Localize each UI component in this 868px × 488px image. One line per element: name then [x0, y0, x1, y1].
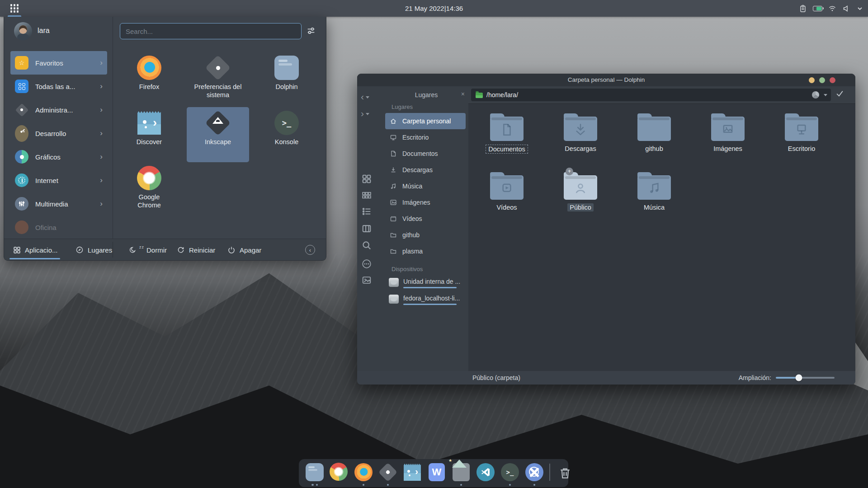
dock-discover[interactable]: ›	[403, 463, 422, 487]
minimize-button[interactable]	[809, 77, 815, 83]
folder-github[interactable]: github	[620, 112, 688, 153]
dock-code-editor[interactable]	[476, 463, 495, 487]
dock-firefox[interactable]	[354, 463, 373, 487]
folder-imagenes[interactable]: Imágenes	[694, 112, 762, 153]
forward-dropdown-icon[interactable]	[366, 113, 369, 115]
folder-videos[interactable]: Vídeos	[473, 171, 541, 211]
dock-trash[interactable]	[556, 463, 575, 487]
restart-icon	[177, 246, 185, 254]
device-fedora-localhost[interactable]: fedora_localhost-li...	[384, 293, 468, 310]
place-plasma[interactable]: plasma	[385, 243, 466, 259]
location-dropdown-icon[interactable]	[824, 94, 827, 96]
folder-musica[interactable]: Música	[620, 171, 688, 211]
folder-descargas[interactable]: Descargas	[547, 112, 614, 153]
application-launcher-button[interactable]	[4, 0, 25, 17]
place-musica[interactable]: Música	[385, 178, 466, 194]
place-imagenes[interactable]: Imágenes	[385, 194, 466, 211]
dock-system-settings[interactable]	[378, 463, 397, 487]
dock-konsole[interactable]: >_	[500, 463, 519, 487]
all-apps-icon	[15, 80, 28, 93]
category-graficos[interactable]: Gráficos ›	[10, 145, 107, 169]
chevron-down-icon[interactable]	[856, 5, 863, 12]
category-desarrollo[interactable]: Desarrollo ›	[10, 122, 107, 145]
volume-icon[interactable]	[842, 5, 850, 13]
location-bar[interactable]: /home/lara/	[471, 89, 831, 101]
category-administracion[interactable]: Administra... ›	[10, 98, 107, 122]
shutdown-button[interactable]: Apagar	[227, 239, 261, 261]
search-icon[interactable]	[362, 240, 372, 250]
place-descargas[interactable]: Descargas	[385, 162, 466, 178]
image-viewer-icon: ★	[453, 463, 470, 481]
compass-icon	[75, 246, 84, 254]
restart-button[interactable]: Reiniciar	[177, 239, 215, 261]
dock-dolphin[interactable]	[305, 463, 324, 487]
place-escritorio[interactable]: Escritorio	[385, 129, 466, 145]
administration-icon	[15, 103, 28, 117]
user-avatar[interactable]	[14, 22, 32, 40]
device-unidad-interna[interactable]: Unidad interna de ...	[384, 276, 468, 293]
maximize-button[interactable]	[819, 77, 825, 83]
running-indicator	[378, 484, 397, 486]
konsole-icon: >_	[501, 463, 519, 481]
category-favoritos[interactable]: ☆ Favoritos ›	[10, 51, 107, 75]
category-internet[interactable]: Internet ›	[10, 169, 107, 192]
category-oficina[interactable]: Oficina	[10, 216, 107, 238]
app-google-chrome[interactable]: Google Chrome	[118, 162, 180, 216]
close-button[interactable]	[830, 77, 835, 83]
back-dropdown-icon[interactable]	[366, 96, 369, 99]
app-discover[interactable]: › Discover	[118, 107, 180, 161]
place-github[interactable]: github	[385, 227, 466, 243]
category-multimedia[interactable]: Multimedia ›	[10, 192, 107, 216]
window-titlebar[interactable]: Carpeta personal — Dolphin	[357, 74, 855, 86]
icons-view-icon[interactable]	[362, 174, 372, 184]
clipboard-icon[interactable]	[799, 5, 807, 13]
battery-icon[interactable]	[813, 6, 822, 11]
collapse-button[interactable]: ‹	[305, 245, 315, 255]
place-documentos[interactable]: Documentos	[385, 145, 466, 162]
folder-publico[interactable]: + Público	[547, 171, 614, 211]
sleep-button[interactable]: zz Dormir	[129, 239, 167, 261]
accept-location-icon[interactable]	[835, 89, 844, 98]
forward-button[interactable]: ›	[361, 107, 381, 120]
favorites-icon: ☆	[15, 56, 28, 70]
zoom-slider-handle[interactable]	[795, 375, 802, 381]
folder-escritorio[interactable]: Escritorio	[768, 112, 835, 153]
app-preferencias-del-sistema[interactable]: Preferencias del sistema	[187, 52, 249, 106]
back-button[interactable]: ‹	[361, 90, 381, 103]
search-input[interactable]	[120, 23, 302, 39]
filter-icon[interactable]	[306, 26, 316, 36]
dock-image-viewer[interactable]: ★	[452, 463, 471, 487]
digital-clock[interactable]: 21 May 2022|14:36	[405, 0, 463, 17]
dolphin-window: Carpeta personal — Dolphin ‹ › Lugares ×…	[357, 74, 855, 385]
place-carpeta-personal[interactable]: Carpeta personal	[385, 113, 466, 129]
hard-drive-icon	[389, 278, 399, 287]
free-space-icon[interactable]	[812, 91, 819, 99]
trash-icon	[558, 466, 572, 480]
folder-documentos[interactable]: Documentos	[473, 112, 541, 154]
close-panel-icon[interactable]: ×	[461, 90, 465, 98]
zoom-slider[interactable]	[776, 377, 835, 379]
app-konsole[interactable]: >_ Konsole	[255, 107, 318, 161]
preview-icon[interactable]	[362, 275, 372, 285]
category-todas-las-aplicaciones[interactable]: Todas las a... ›	[10, 75, 107, 98]
tab-lugares[interactable]: Lugares	[75, 239, 112, 261]
capacity-bar	[403, 287, 457, 288]
folder-view: Documentos Descargas github Imágenes Esc…	[468, 103, 855, 371]
chevron-right-icon: ›	[100, 176, 103, 185]
window-title: Carpeta personal — Dolphin	[357, 74, 855, 86]
app-inkscape[interactable]: Inkscape	[187, 107, 249, 162]
app-firefox[interactable]: Firefox	[118, 52, 180, 106]
dock-writer[interactable]: W	[427, 463, 446, 487]
wifi-icon[interactable]	[828, 5, 836, 13]
compact-view-icon[interactable]	[362, 190, 372, 200]
more-options-icon[interactable]	[362, 259, 372, 269]
split-view-icon[interactable]	[362, 224, 372, 234]
dock-chrome[interactable]	[330, 463, 349, 487]
running-indicator	[525, 484, 544, 486]
dock-x11[interactable]	[525, 463, 544, 487]
app-dolphin[interactable]: Dolphin	[255, 52, 318, 106]
place-videos[interactable]: Vídeos	[385, 211, 466, 227]
chrome-icon	[137, 166, 161, 190]
details-view-icon[interactable]	[362, 206, 372, 216]
tab-aplicaciones[interactable]: Aplicacio...	[13, 239, 58, 261]
